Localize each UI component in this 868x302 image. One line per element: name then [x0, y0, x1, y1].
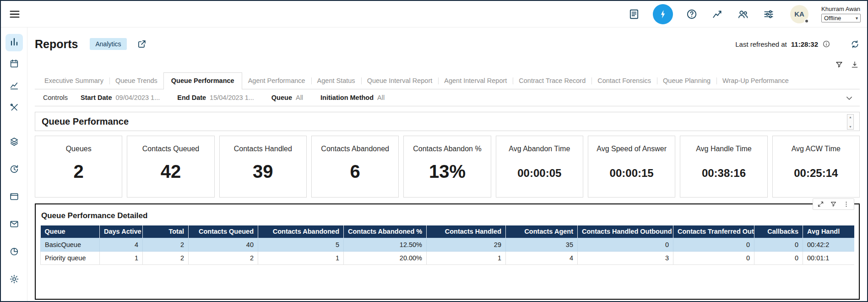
info-icon[interactable]	[822, 40, 830, 48]
topbar-icon-group	[627, 4, 776, 24]
column-header-callbacks[interactable]: Callbacks	[754, 225, 803, 238]
kpi-cards: Queues2Contacts Queued42Contacts Handled…	[35, 136, 860, 198]
calendar-icon	[9, 59, 19, 71]
collapse-chevron-icon[interactable]	[845, 94, 853, 102]
table-row[interactable]: BasicQueue4240512.50%293500000:42:2	[41, 238, 855, 251]
sidebar-item-email[interactable]	[5, 216, 23, 234]
column-header-queue[interactable]: Queue	[41, 225, 100, 238]
metrics-icon[interactable]	[711, 7, 724, 21]
sidebar-item-layers[interactable]	[5, 134, 23, 151]
kpi-contacts-queued: Contacts Queued42	[127, 136, 214, 198]
sidebar-item-calendar[interactable]	[5, 56, 23, 73]
kebab-icon[interactable]	[843, 201, 850, 208]
top-bar: KA Khurram Awan Offline ▾	[1, 1, 867, 27]
control-label: Start Date	[81, 94, 112, 101]
tab-queue-interval-report[interactable]: Queue Interval Report	[361, 73, 439, 89]
sliders-icon[interactable]	[762, 7, 776, 21]
notepad-icon[interactable]	[627, 7, 641, 21]
sidebar-item-history[interactable]	[5, 161, 23, 179]
tab-agent-interval-report[interactable]: Agent Interval Report	[438, 73, 513, 89]
tab-agent-performance[interactable]: Agent Performance	[242, 73, 311, 89]
kpi-contacts-abandon: Contacts Abandon %13%	[403, 136, 491, 198]
external-link-icon[interactable]	[137, 39, 147, 49]
report-tabs: Executive SummaryQueue TrendsQueue Perfo…	[35, 72, 860, 89]
lightning-icon[interactable]	[653, 4, 673, 24]
control-end-date[interactable]: End Date15/04/2023 1...	[177, 94, 254, 101]
table-cell: 5	[258, 238, 344, 251]
sidebar-item-bar-chart[interactable]	[5, 34, 23, 51]
table-cell: 0	[673, 251, 754, 264]
tab-wrap-up-performance[interactable]: Wrap-Up Performance	[716, 73, 795, 89]
tab-queue-performance[interactable]: Queue Performance	[163, 72, 242, 89]
tab-queue-trends[interactable]: Queue Trends	[109, 73, 163, 89]
help-icon[interactable]	[685, 7, 699, 21]
table-cell: 0	[754, 251, 803, 264]
control-start-date[interactable]: Start Date09/04/2023 1...	[81, 94, 160, 101]
column-header-contacts-tranferred-out[interactable]: Contacts Tranferred Out	[673, 225, 754, 238]
tools-icon	[9, 103, 19, 115]
download-icon[interactable]	[851, 60, 859, 69]
control-label: Queue	[271, 94, 292, 101]
kpi-label: Contacts Abandoned	[312, 145, 398, 153]
column-header-contacts-agent[interactable]: Contacts Agent	[506, 225, 578, 238]
column-header-contacts-abandoned[interactable]: Contacts Abandoned	[258, 225, 344, 238]
tab-contact-forensics[interactable]: Contact Forensics	[591, 73, 657, 89]
table-cell: 2	[189, 251, 258, 264]
sidebar-item-browser-window[interactable]	[5, 189, 23, 206]
sidebar-item-tools[interactable]	[5, 100, 23, 117]
column-header-contacts-handled-outbound[interactable]: Contacts Handled Outbound	[578, 225, 673, 238]
table-row[interactable]: Priority queue122120.00%1430000:01:1	[41, 251, 855, 264]
column-header-days-active[interactable]: Days Active	[100, 225, 143, 238]
bar-chart-icon	[9, 37, 19, 49]
filter-icon[interactable]	[835, 60, 843, 69]
tab-executive-summary[interactable]: Executive Summary	[38, 73, 109, 89]
sidebar-item-pie-chart[interactable]	[5, 244, 23, 261]
sidebar-item-gear[interactable]	[5, 271, 23, 289]
queue-performance-table: QueueDays ActiveTotalContacts QueuedCont…	[40, 225, 854, 265]
detail-title: Queue Performance Detailed	[41, 211, 854, 220]
user-name: Khurram Awan	[821, 5, 861, 12]
control-initiation-method[interactable]: Initiation MethodAll	[320, 94, 385, 101]
filter-icon[interactable]	[830, 201, 837, 208]
control-value: 15/04/2023 1...	[210, 94, 254, 101]
kpi-value: 2	[35, 161, 122, 182]
table-cell: 1	[100, 251, 143, 264]
table-cell: 4	[506, 251, 578, 264]
avatar[interactable]: KA	[790, 5, 808, 23]
control-value: All	[296, 94, 303, 101]
panel-toolbar	[813, 198, 854, 210]
last-refreshed: Last refreshed at 11:28:32	[735, 39, 860, 49]
agent-status-select[interactable]: Offline ▾	[821, 14, 861, 22]
kpi-contacts-handled: Contacts Handled39	[219, 136, 307, 198]
refresh-icon[interactable]	[850, 39, 860, 49]
gear-icon	[9, 274, 19, 286]
control-queue[interactable]: QueueAll	[271, 94, 303, 101]
sidebar-item-line-chart[interactable]	[5, 78, 23, 95]
controls-label: Controls	[43, 94, 68, 101]
column-header-total[interactable]: Total	[143, 225, 189, 238]
kpi-label: Queues	[35, 145, 122, 153]
last-refreshed-time: 11:28:32	[791, 40, 818, 48]
layers-icon	[9, 137, 19, 148]
scroll-down-icon: ▼	[849, 125, 852, 128]
column-header-contacts-abandoned[interactable]: Contacts Abandoned %	[344, 225, 427, 238]
scrollbar[interactable]: ▲ ▼	[847, 114, 854, 130]
tab-contract-trace-record[interactable]: Contract Trace Record	[513, 73, 591, 89]
tab-agent-status[interactable]: Agent Status	[311, 73, 361, 89]
kpi-value: 6	[312, 161, 398, 182]
kpi-contacts-abandoned: Contacts Abandoned6	[311, 136, 399, 198]
hamburger-menu-icon[interactable]	[8, 8, 21, 21]
column-header-contacts-handled[interactable]: Contacts Handled	[427, 225, 506, 238]
agent-status-value: Offline	[824, 15, 841, 22]
kpi-queues: Queues2	[35, 136, 122, 198]
control-value: 09/04/2023 1...	[116, 94, 160, 101]
tab-queue-planning[interactable]: Queue Planning	[657, 73, 716, 89]
expand-icon[interactable]	[817, 201, 824, 208]
column-header-avg-handl[interactable]: Avg Handl	[803, 225, 855, 238]
line-chart-icon	[9, 81, 19, 93]
kpi-value: 13%	[404, 161, 490, 182]
column-header-contacts-queued[interactable]: Contacts Queued	[189, 225, 258, 238]
table-cell: 00:01:1	[803, 251, 855, 264]
users-icon[interactable]	[736, 7, 750, 21]
table-cell: 0	[673, 238, 754, 251]
